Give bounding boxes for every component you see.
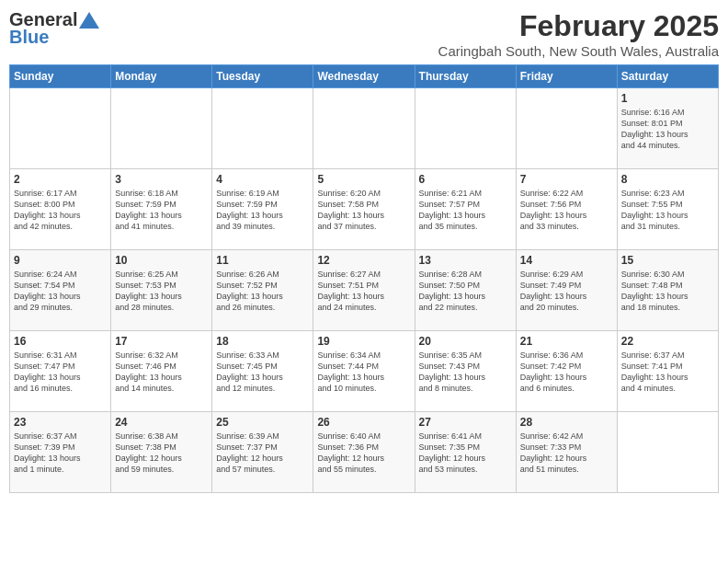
day-info: Sunrise: 6:20 AM Sunset: 7:58 PM Dayligh…: [317, 188, 410, 233]
day-info: Sunrise: 6:37 AM Sunset: 7:41 PM Dayligh…: [621, 350, 714, 395]
weekday-header-tuesday: Tuesday: [212, 65, 313, 88]
day-info: Sunrise: 6:23 AM Sunset: 7:55 PM Dayligh…: [621, 188, 714, 233]
calendar-day-cell: 23Sunrise: 6:37 AM Sunset: 7:39 PM Dayli…: [10, 412, 111, 493]
day-info: Sunrise: 6:38 AM Sunset: 7:38 PM Dayligh…: [115, 431, 208, 476]
calendar-day-cell: 9Sunrise: 6:24 AM Sunset: 7:54 PM Daylig…: [10, 250, 111, 331]
calendar-day-cell: 19Sunrise: 6:34 AM Sunset: 7:44 PM Dayli…: [313, 331, 415, 412]
weekday-header-saturday: Saturday: [617, 65, 718, 88]
calendar-day-cell: 8Sunrise: 6:23 AM Sunset: 7:55 PM Daylig…: [617, 169, 718, 250]
weekday-header-monday: Monday: [111, 65, 212, 88]
weekday-header-sunday: Sunday: [10, 65, 111, 88]
day-number: 9: [14, 254, 107, 267]
logo: General Blue: [9, 9, 99, 48]
day-info: Sunrise: 6:36 AM Sunset: 7:42 PM Dayligh…: [520, 350, 613, 395]
calendar-day-cell: [415, 88, 516, 169]
calendar-day-cell: [313, 88, 415, 169]
day-number: 18: [216, 335, 309, 348]
day-info: Sunrise: 6:37 AM Sunset: 7:39 PM Dayligh…: [14, 431, 107, 476]
weekday-header-friday: Friday: [516, 65, 617, 88]
calendar-day-cell: [111, 88, 212, 169]
calendar-week-row: 23Sunrise: 6:37 AM Sunset: 7:39 PM Dayli…: [10, 412, 719, 493]
day-number: 2: [14, 173, 107, 186]
calendar-day-cell: [10, 88, 111, 169]
day-info: Sunrise: 6:17 AM Sunset: 8:00 PM Dayligh…: [14, 188, 107, 233]
day-info: Sunrise: 6:29 AM Sunset: 7:49 PM Dayligh…: [520, 269, 613, 314]
calendar-day-cell: 28Sunrise: 6:42 AM Sunset: 7:33 PM Dayli…: [516, 412, 617, 493]
day-number: 26: [317, 416, 410, 429]
day-info: Sunrise: 6:25 AM Sunset: 7:53 PM Dayligh…: [115, 269, 208, 314]
calendar-week-row: 1Sunrise: 6:16 AM Sunset: 8:01 PM Daylig…: [10, 88, 719, 169]
day-number: 10: [115, 254, 208, 267]
location-subtitle: Caringbah South, New South Wales, Austra…: [438, 43, 719, 59]
day-number: 8: [621, 173, 714, 186]
day-info: Sunrise: 6:24 AM Sunset: 7:54 PM Dayligh…: [14, 269, 107, 314]
calendar-day-cell: 12Sunrise: 6:27 AM Sunset: 7:51 PM Dayli…: [313, 250, 415, 331]
day-number: 24: [115, 416, 208, 429]
title-area: February 2025 Caringbah South, New South…: [438, 9, 719, 59]
calendar-day-cell: 5Sunrise: 6:20 AM Sunset: 7:58 PM Daylig…: [313, 169, 415, 250]
weekday-header-row: SundayMondayTuesdayWednesdayThursdayFrid…: [10, 65, 719, 88]
day-number: 27: [419, 416, 512, 429]
logo-icon: [79, 12, 99, 29]
day-info: Sunrise: 6:28 AM Sunset: 7:50 PM Dayligh…: [419, 269, 512, 314]
day-number: 6: [419, 173, 512, 186]
day-info: Sunrise: 6:22 AM Sunset: 7:56 PM Dayligh…: [520, 188, 613, 233]
day-number: 11: [216, 254, 309, 267]
calendar-day-cell: 22Sunrise: 6:37 AM Sunset: 7:41 PM Dayli…: [617, 331, 718, 412]
calendar-day-cell: 13Sunrise: 6:28 AM Sunset: 7:50 PM Dayli…: [415, 250, 516, 331]
day-number: 23: [14, 416, 107, 429]
day-number: 3: [115, 173, 208, 186]
day-info: Sunrise: 6:40 AM Sunset: 7:36 PM Dayligh…: [317, 431, 410, 476]
day-number: 28: [520, 416, 613, 429]
day-number: 12: [317, 254, 410, 267]
day-info: Sunrise: 6:39 AM Sunset: 7:37 PM Dayligh…: [216, 431, 309, 476]
day-number: 15: [621, 254, 714, 267]
day-info: Sunrise: 6:27 AM Sunset: 7:51 PM Dayligh…: [317, 269, 410, 314]
day-number: 20: [419, 335, 512, 348]
day-number: 21: [520, 335, 613, 348]
calendar-day-cell: 3Sunrise: 6:18 AM Sunset: 7:59 PM Daylig…: [111, 169, 212, 250]
calendar-day-cell: 16Sunrise: 6:31 AM Sunset: 7:47 PM Dayli…: [10, 331, 111, 412]
calendar-week-row: 2Sunrise: 6:17 AM Sunset: 8:00 PM Daylig…: [10, 169, 719, 250]
month-year-title: February 2025: [438, 9, 719, 43]
day-number: 7: [520, 173, 613, 186]
day-info: Sunrise: 6:31 AM Sunset: 7:47 PM Dayligh…: [14, 350, 107, 395]
calendar-day-cell: 7Sunrise: 6:22 AM Sunset: 7:56 PM Daylig…: [516, 169, 617, 250]
day-info: Sunrise: 6:32 AM Sunset: 7:46 PM Dayligh…: [115, 350, 208, 395]
calendar-week-row: 9Sunrise: 6:24 AM Sunset: 7:54 PM Daylig…: [10, 250, 719, 331]
calendar-day-cell: 20Sunrise: 6:35 AM Sunset: 7:43 PM Dayli…: [415, 331, 516, 412]
day-number: 17: [115, 335, 208, 348]
calendar-day-cell: [617, 412, 718, 493]
calendar-day-cell: 11Sunrise: 6:26 AM Sunset: 7:52 PM Dayli…: [212, 250, 313, 331]
day-info: Sunrise: 6:19 AM Sunset: 7:59 PM Dayligh…: [216, 188, 309, 233]
day-info: Sunrise: 6:42 AM Sunset: 7:33 PM Dayligh…: [520, 431, 613, 476]
day-number: 5: [317, 173, 410, 186]
calendar-day-cell: 6Sunrise: 6:21 AM Sunset: 7:57 PM Daylig…: [415, 169, 516, 250]
calendar-day-cell: 2Sunrise: 6:17 AM Sunset: 8:00 PM Daylig…: [10, 169, 111, 250]
day-number: 25: [216, 416, 309, 429]
calendar-day-cell: 21Sunrise: 6:36 AM Sunset: 7:42 PM Dayli…: [516, 331, 617, 412]
day-info: Sunrise: 6:41 AM Sunset: 7:35 PM Dayligh…: [419, 431, 512, 476]
calendar-week-row: 16Sunrise: 6:31 AM Sunset: 7:47 PM Dayli…: [10, 331, 719, 412]
day-number: 13: [419, 254, 512, 267]
day-number: 22: [621, 335, 714, 348]
calendar-day-cell: 24Sunrise: 6:38 AM Sunset: 7:38 PM Dayli…: [111, 412, 212, 493]
day-number: 1: [621, 92, 714, 105]
calendar-day-cell: [212, 88, 313, 169]
day-info: Sunrise: 6:18 AM Sunset: 7:59 PM Dayligh…: [115, 188, 208, 233]
calendar-day-cell: 18Sunrise: 6:33 AM Sunset: 7:45 PM Dayli…: [212, 331, 313, 412]
day-info: Sunrise: 6:26 AM Sunset: 7:52 PM Dayligh…: [216, 269, 309, 314]
day-info: Sunrise: 6:34 AM Sunset: 7:44 PM Dayligh…: [317, 350, 410, 395]
svg-marker-0: [79, 12, 99, 29]
weekday-header-thursday: Thursday: [415, 65, 516, 88]
calendar-day-cell: 10Sunrise: 6:25 AM Sunset: 7:53 PM Dayli…: [111, 250, 212, 331]
calendar-day-cell: 4Sunrise: 6:19 AM Sunset: 7:59 PM Daylig…: [212, 169, 313, 250]
calendar-day-cell: 26Sunrise: 6:40 AM Sunset: 7:36 PM Dayli…: [313, 412, 415, 493]
day-info: Sunrise: 6:35 AM Sunset: 7:43 PM Dayligh…: [419, 350, 512, 395]
page-header: General Blue February 2025 Caringbah Sou…: [9, 9, 719, 59]
day-info: Sunrise: 6:33 AM Sunset: 7:45 PM Dayligh…: [216, 350, 309, 395]
calendar-day-cell: 25Sunrise: 6:39 AM Sunset: 7:37 PM Dayli…: [212, 412, 313, 493]
day-number: 14: [520, 254, 613, 267]
calendar-day-cell: 1Sunrise: 6:16 AM Sunset: 8:01 PM Daylig…: [617, 88, 718, 169]
calendar-day-cell: 14Sunrise: 6:29 AM Sunset: 7:49 PM Dayli…: [516, 250, 617, 331]
